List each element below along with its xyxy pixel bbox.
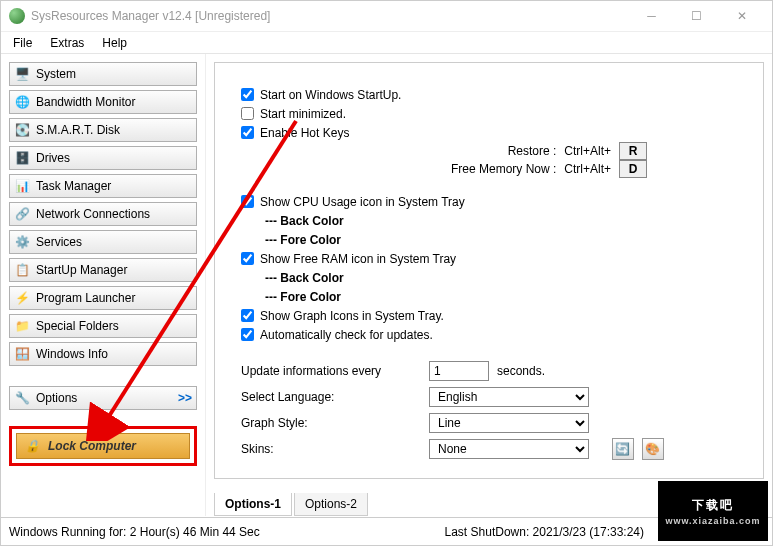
close-button[interactable]: ✕ <box>719 2 764 30</box>
options-icon: 🔧 <box>14 390 30 406</box>
nav-label: Drives <box>36 151 70 165</box>
menu-extras[interactable]: Extras <box>42 34 92 52</box>
nav-label: Windows Info <box>36 347 108 361</box>
lock-computer-button[interactable]: 🔒Lock Computer <box>16 433 190 459</box>
watermark-text: 下载吧 <box>692 497 734 514</box>
lbl-combo: Ctrl+Alt+ <box>564 144 611 158</box>
gear-icon: ⚙️ <box>14 234 30 250</box>
watermark-url: www.xiazaiba.com <box>665 516 760 526</box>
app-icon <box>9 8 25 24</box>
nav-label: Options <box>36 391 77 405</box>
hotkey-restore-input[interactable]: R <box>619 142 647 160</box>
tab-options-1[interactable]: Options-1 <box>214 493 292 516</box>
nav-label: Network Connections <box>36 207 150 221</box>
cb-show-cpu[interactable] <box>241 195 254 208</box>
monitor-icon: 🖥️ <box>14 66 30 82</box>
cb-start-on-startup[interactable] <box>241 88 254 101</box>
lbl-show-ram: Show Free RAM icon in System Tray <box>260 252 456 266</box>
titlebar: SysResources Manager v12.4 [Unregistered… <box>1 1 772 32</box>
lbl-select-lang: Select Language: <box>241 390 421 404</box>
content-area: Start on Windows StartUp. Start minimize… <box>206 54 772 516</box>
graph-style-select[interactable]: Line <box>429 413 589 433</box>
cb-auto-update[interactable] <box>241 328 254 341</box>
options-panel: Start on Windows StartUp. Start minimize… <box>214 62 764 479</box>
lbl-show-graph: Show Graph Icons in System Tray. <box>260 309 444 323</box>
nav-startup[interactable]: 📋StartUp Manager <box>9 258 197 282</box>
status-uptime: Windows Running for: 2 Hour(s) 46 Min 44… <box>9 525 445 539</box>
palette-button[interactable]: 🎨 <box>642 438 664 460</box>
nav-label: Special Folders <box>36 319 119 333</box>
lbl-freemem: Free Memory Now : <box>426 162 556 176</box>
lbl-combo: Ctrl+Alt+ <box>564 162 611 176</box>
nav-label: Program Launcher <box>36 291 135 305</box>
minimize-button[interactable]: ─ <box>629 2 674 30</box>
folder-icon: 📁 <box>14 318 30 334</box>
nav-label: S.M.A.R.T. Disk <box>36 123 120 137</box>
lbl-show-cpu: Show CPU Usage icon in System Tray <box>260 195 465 209</box>
ram-fore-color[interactable]: --- Fore Color <box>265 287 737 306</box>
lbl-auto-update: Automatically check for updates. <box>260 328 433 342</box>
nav-label: StartUp Manager <box>36 263 127 277</box>
language-select[interactable]: English <box>429 387 589 407</box>
sidebar: 🖥️System 🌐Bandwidth Monitor 💽S.M.A.R.T. … <box>1 54 206 516</box>
maximize-button[interactable]: ☐ <box>674 2 719 30</box>
nav-drives[interactable]: 🗄️Drives <box>9 146 197 170</box>
menubar: File Extras Help <box>1 32 772 54</box>
nav-label: System <box>36 67 76 81</box>
lock-label: Lock Computer <box>48 439 136 453</box>
nav-system[interactable]: 🖥️System <box>9 62 197 86</box>
tabs: Options-1 Options-2 <box>214 493 370 516</box>
lbl-skins: Skins: <box>241 442 421 456</box>
lbl-restore: Restore : <box>426 144 556 158</box>
drive-icon: 🗄️ <box>14 150 30 166</box>
cb-start-minimized[interactable] <box>241 107 254 120</box>
nav-taskmgr[interactable]: 📊Task Manager <box>9 174 197 198</box>
nav-label: Task Manager <box>36 179 111 193</box>
nav-label: Services <box>36 235 82 249</box>
nav-wininfo[interactable]: 🪟Windows Info <box>9 342 197 366</box>
bolt-icon: ⚡ <box>14 290 30 306</box>
cpu-back-color[interactable]: --- Back Color <box>265 211 737 230</box>
lbl-start-on-startup: Start on Windows StartUp. <box>260 88 401 102</box>
lock-icon: 🔒 <box>25 439 40 453</box>
cpu-fore-color[interactable]: --- Fore Color <box>265 230 737 249</box>
cb-enable-hotkeys[interactable] <box>241 126 254 139</box>
lbl-enable-hotkeys: Enable Hot Keys <box>260 126 349 140</box>
nav-folders[interactable]: 📁Special Folders <box>9 314 197 338</box>
window-controls: ─ ☐ ✕ <box>629 2 764 30</box>
network-icon: 🔗 <box>14 206 30 222</box>
refresh-skins-button[interactable]: 🔄 <box>612 438 634 460</box>
cb-show-graph[interactable] <box>241 309 254 322</box>
disk-icon: 💽 <box>14 122 30 138</box>
nav-bandwidth[interactable]: 🌐Bandwidth Monitor <box>9 90 197 114</box>
ram-back-color[interactable]: --- Back Color <box>265 268 737 287</box>
globe-icon: 🌐 <box>14 94 30 110</box>
statusbar: Windows Running for: 2 Hour(s) 46 Min 44… <box>1 517 772 545</box>
nav-options[interactable]: 🔧Options>> <box>9 386 197 410</box>
nav-smart[interactable]: 💽S.M.A.R.T. Disk <box>9 118 197 142</box>
lbl-seconds: seconds. <box>497 364 545 378</box>
update-interval-input[interactable] <box>429 361 489 381</box>
cb-show-ram[interactable] <box>241 252 254 265</box>
lbl-start-minimized: Start minimized. <box>260 107 346 121</box>
nav-services[interactable]: ⚙️Services <box>9 230 197 254</box>
menu-file[interactable]: File <box>5 34 40 52</box>
nav-network[interactable]: 🔗Network Connections <box>9 202 197 226</box>
menu-help[interactable]: Help <box>94 34 135 52</box>
hotkey-freemem-input[interactable]: D <box>619 160 647 178</box>
watermark: 下载吧 www.xiazaiba.com <box>658 481 768 541</box>
chevron-right-icon: >> <box>178 391 192 405</box>
nav-launcher[interactable]: ⚡Program Launcher <box>9 286 197 310</box>
tab-options-2[interactable]: Options-2 <box>294 493 368 516</box>
startup-icon: 📋 <box>14 262 30 278</box>
lbl-graph-style: Graph Style: <box>241 416 421 430</box>
window-title: SysResources Manager v12.4 [Unregistered… <box>31 9 629 23</box>
nav-label: Bandwidth Monitor <box>36 95 135 109</box>
windows-icon: 🪟 <box>14 346 30 362</box>
skins-select[interactable]: None <box>429 439 589 459</box>
lock-highlight-box: 🔒Lock Computer <box>9 426 197 466</box>
tasks-icon: 📊 <box>14 178 30 194</box>
lbl-update-every: Update informations every <box>241 364 421 378</box>
